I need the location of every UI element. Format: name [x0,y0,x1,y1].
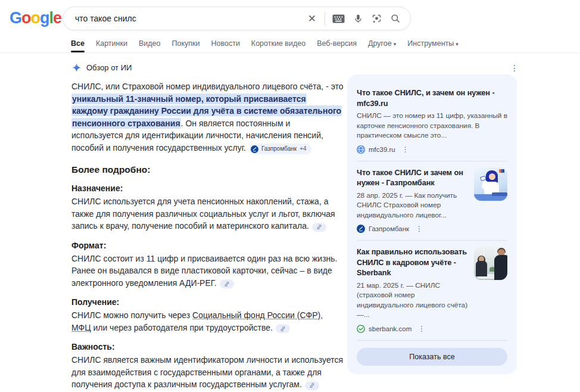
sources-panel: Что такое СНИЛС, и зачем он нужен - mfc3… [347,74,517,374]
source-link-icon[interactable] [220,279,234,288]
section-text-purpose: СНИЛС используется для учета пенсионных … [71,195,344,232]
section-heading-format: Формат: [71,241,344,250]
source-link-icon[interactable] [305,381,319,390]
card-menu-icon[interactable]: ⋮ [416,225,423,233]
search-bar[interactable]: ✕ [63,7,411,30]
gazprombank-favicon-icon [251,145,258,153]
mfc-link[interactable]: МФЦ [71,323,91,332]
tab-more[interactable]: Другое▾ [368,39,396,49]
show-all-button[interactable]: Показать все [357,348,507,366]
voice-search-icon[interactable] [353,14,363,24]
card-menu-icon[interactable]: ⋮ [402,145,409,154]
result-type-tabs: Все Картинки Видео Покупки Новости Корот… [71,36,404,52]
google-search-results-page: Google ✕ [0,0,580,392]
card-menu-icon[interactable]: ⋮ [418,325,425,333]
source-card: Что такое СНИЛС, и зачем он нужен - mfc3… [357,82,507,161]
tab-all[interactable]: Все [71,39,85,49]
tab-short-videos[interactable]: Короткие видео [251,39,305,49]
tab-images[interactable]: Картинки [96,39,127,49]
tab-tools[interactable]: Инструменты▾ [407,39,458,49]
card-divider [357,340,507,341]
gazprombank-favicon-icon [357,225,365,233]
more-details-heading: Более подробно: [71,164,344,175]
google-lens-icon[interactable] [372,14,382,24]
citation-chip[interactable]: Газпромбанк+4 [249,144,311,154]
search-submit-icon[interactable] [390,13,401,24]
tab-web[interactable]: Веб-версия [317,39,357,49]
sberbank-favicon-icon [357,325,365,333]
chevron-down-icon: ▾ [456,41,459,47]
source-card-title[interactable]: Что такое СНИЛС, и зачем он нужен - mfc3… [357,88,507,108]
source-link-icon[interactable] [276,324,290,333]
ai-overview: Обзор от ИИ СНИЛС, или Страховой номер и… [71,61,344,392]
source-domain: Газпромбанк [369,225,409,232]
search-divider [325,12,325,26]
source-card-snippet: 21 мар. 2025 г. — СНИЛС (страховой номер… [357,281,468,320]
source-card: Как правильно использовать СНИЛС в кадро… [357,241,507,340]
google-logo[interactable]: Google [10,9,61,27]
mfc39-favicon-icon [357,145,365,154]
chevron-down-icon: ▾ [394,41,397,47]
tab-news[interactable]: Новости [211,39,239,49]
source-card-snippet: 28 апр. 2025 г. — Как получить СНИЛС Стр… [357,191,468,220]
tab-shopping[interactable]: Покупки [171,39,199,49]
header-divider [0,52,580,53]
sfr-link[interactable]: Социальный фонд России (СФР) [192,310,320,320]
keyboard-icon[interactable] [332,14,345,23]
section-text-format: СНИЛС состоит из 11 цифр и присваивается… [71,253,344,290]
section-heading-purpose: Назначение: [71,183,344,193]
ai-intro-paragraph: СНИЛС, или Страховой номер индивидуально… [71,80,344,154]
search-input[interactable] [75,14,305,23]
source-card-snippet: СНИЛС — это номер из 11 цифр, указанный … [357,111,507,141]
clear-search-icon[interactable]: ✕ [305,13,319,25]
ai-overview-label: Обзор от ИИ [86,63,132,72]
source-card: Что такое СНИЛС и зачем он нужен - Газпр… [357,161,507,241]
source-link-icon[interactable] [312,223,326,232]
source-domain: mfc39.ru [369,146,395,153]
ai-sparkle-icon [71,63,82,73]
source-domain: sberbank.com [369,325,411,332]
section-text-importance: СНИЛС является важным идентификатором ли… [71,354,344,391]
source-card-title[interactable]: Что такое СНИЛС и зачем он нужен - Газпр… [357,167,468,188]
section-text-obtaining: СНИЛС можно получить через Социальный фо… [71,309,344,334]
tab-videos[interactable]: Видео [139,39,161,49]
section-heading-obtaining: Получение: [71,297,344,307]
ai-overview-menu-icon[interactable]: ⋮ [510,63,519,73]
source-card-title[interactable]: Как правильно использовать СНИЛС в кадро… [357,247,468,278]
section-heading-importance: Важность: [71,342,344,351]
ai-overview-header: Обзор от ИИ [71,61,344,73]
source-card-thumbnail[interactable] [474,247,507,280]
source-card-thumbnail[interactable] [474,167,507,201]
